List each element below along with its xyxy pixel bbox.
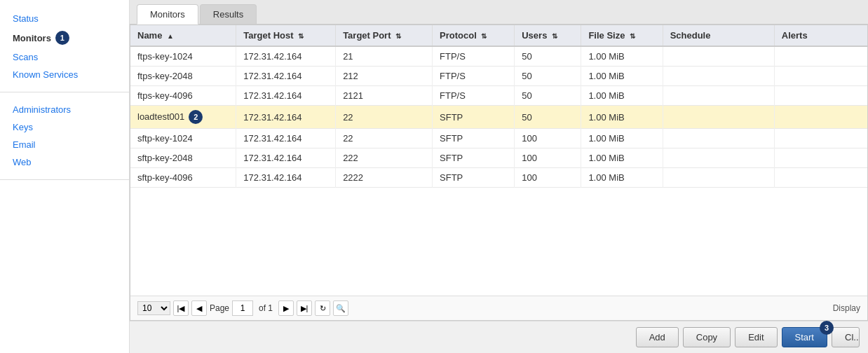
next-page-button[interactable]: ▶	[278, 300, 294, 316]
cell-target-port: 222	[336, 148, 433, 168]
cell-file-size: 1.00 MiB	[581, 86, 663, 106]
cell-protocol: SFTP	[433, 106, 515, 129]
cell-file-size: 1.00 MiB	[581, 46, 663, 67]
sidebar-item-label: Scans	[13, 52, 38, 62]
last-page-button[interactable]: ▶|	[297, 300, 312, 316]
cell-alerts	[774, 106, 867, 129]
col-schedule[interactable]: Schedule	[663, 25, 774, 46]
cell-target-host: 172.31.42.164	[236, 67, 336, 86]
col-users[interactable]: Users ⇅	[515, 25, 581, 46]
sidebar-item-label: Web	[13, 157, 32, 167]
col-alerts[interactable]: Alerts	[774, 25, 867, 46]
cell-alerts	[774, 86, 867, 106]
sidebar-item-email[interactable]: Email	[0, 136, 129, 153]
table-body: ftps-key-1024172.31.42.16421FTP/S501.00 …	[130, 46, 867, 188]
sort-arrow-port: ⇅	[395, 32, 401, 40]
cell-name: ftps-key-4096	[130, 86, 236, 106]
cell-protocol: SFTP	[433, 129, 515, 148]
start-button[interactable]: Start 3	[782, 327, 827, 347]
table-row[interactable]: loadtest0012172.31.42.16422SFTP501.00 Mi…	[130, 106, 867, 129]
cell-alerts	[774, 168, 867, 188]
first-page-button[interactable]: |◀	[173, 300, 189, 316]
cell-schedule	[663, 148, 774, 168]
cell-target-port: 22	[336, 106, 433, 129]
copy-button[interactable]: Copy	[683, 327, 731, 347]
sidebar-item-keys[interactable]: Keys	[0, 118, 129, 136]
sidebar-item-label: Administrators	[13, 104, 71, 115]
page-of-label: of 1	[259, 303, 273, 313]
sidebar: Status Monitors 1 Scans Known Services A…	[0, 0, 130, 353]
cell-users: 100	[515, 148, 581, 168]
cell-name: sftp-key-4096	[130, 168, 236, 188]
page-size-select[interactable]: 10 25 50 100	[137, 301, 170, 315]
cell-protocol: SFTP	[433, 168, 515, 188]
cell-protocol: FTP/S	[433, 46, 515, 67]
cell-name: ftps-key-2048	[130, 67, 236, 86]
sidebar-item-web[interactable]: Web	[0, 153, 129, 171]
cell-target-port: 212	[336, 67, 433, 86]
table-row[interactable]: ftps-key-2048172.31.42.164212FTP/S501.00…	[130, 67, 867, 86]
cell-protocol: FTP/S	[433, 67, 515, 86]
cell-alerts	[774, 148, 867, 168]
tabs-bar: Monitors Results	[130, 0, 868, 25]
search-button[interactable]: 🔍	[333, 300, 348, 316]
cell-schedule	[663, 106, 774, 129]
col-target-port[interactable]: Target Port ⇅	[336, 25, 433, 46]
refresh-button[interactable]: ↻	[315, 300, 330, 316]
button-bar: Add Copy Edit Start 3 Cl...	[130, 321, 868, 353]
cell-file-size: 1.00 MiB	[581, 148, 663, 168]
cell-schedule	[663, 67, 774, 86]
sidebar-item-label: Keys	[13, 122, 33, 132]
table-wrapper: Name ▲ Target Host ⇅ Target Port ⇅ Proto…	[130, 25, 867, 296]
cell-name: ftps-key-1024	[130, 46, 236, 67]
sort-arrow-name: ▲	[167, 32, 174, 40]
page-input[interactable]	[232, 300, 253, 316]
col-protocol[interactable]: Protocol ⇅	[433, 25, 515, 46]
table-header-row: Name ▲ Target Host ⇅ Target Port ⇅ Proto…	[130, 25, 867, 46]
monitors-table: Name ▲ Target Host ⇅ Target Port ⇅ Proto…	[130, 25, 867, 188]
cell-alerts	[774, 67, 867, 86]
sidebar-item-status[interactable]: Status	[0, 10, 129, 27]
cell-users: 100	[515, 129, 581, 148]
pagination-bar: 10 25 50 100 |◀ ◀ Page of 1 ▶ ▶| ↻ 🔍 Dis…	[130, 296, 867, 320]
prev-page-button[interactable]: ◀	[191, 300, 207, 316]
sidebar-item-label: Known Services	[13, 69, 78, 80]
cell-file-size: 1.00 MiB	[581, 67, 663, 86]
sort-arrow-filesize: ⇅	[630, 32, 635, 40]
cell-target-host: 172.31.42.164	[236, 106, 336, 129]
sort-arrow-host: ⇅	[298, 32, 304, 40]
content-area: Name ▲ Target Host ⇅ Target Port ⇅ Proto…	[130, 25, 868, 321]
edit-button[interactable]: Edit	[735, 327, 777, 347]
close-button[interactable]: Cl...	[832, 327, 860, 347]
table-row[interactable]: ftps-key-1024172.31.42.16421FTP/S501.00 …	[130, 46, 867, 67]
cell-users: 50	[515, 67, 581, 86]
sidebar-item-scans[interactable]: Scans	[0, 48, 129, 66]
cell-target-host: 172.31.42.164	[236, 46, 336, 67]
monitors-badge: 1	[55, 31, 69, 45]
cell-schedule	[663, 129, 774, 148]
cell-target-port: 22	[336, 129, 433, 148]
sidebar-item-monitors[interactable]: Monitors 1	[0, 27, 129, 48]
tab-monitors[interactable]: Monitors	[137, 4, 198, 25]
cell-file-size: 1.00 MiB	[581, 106, 663, 129]
cell-target-host: 172.31.42.164	[236, 148, 336, 168]
cell-schedule	[663, 46, 774, 67]
display-label: Display	[833, 303, 860, 313]
cell-protocol: FTP/S	[433, 86, 515, 106]
table-row[interactable]: sftp-key-1024172.31.42.16422SFTP1001.00 …	[130, 129, 867, 148]
sidebar-item-known-services[interactable]: Known Services	[0, 66, 129, 83]
col-file-size[interactable]: File Size ⇅	[581, 25, 663, 46]
tab-results[interactable]: Results	[200, 4, 257, 24]
table-row[interactable]: ftps-key-4096172.31.42.1642121FTP/S501.0…	[130, 86, 867, 106]
col-target-host[interactable]: Target Host ⇅	[236, 25, 336, 46]
table-row[interactable]: sftp-key-4096172.31.42.1642222SFTP1001.0…	[130, 168, 867, 188]
table-row[interactable]: sftp-key-2048172.31.42.164222SFTP1001.00…	[130, 148, 867, 168]
cell-users: 50	[515, 46, 581, 67]
sidebar-divider-2	[0, 179, 129, 180]
add-button[interactable]: Add	[636, 327, 679, 347]
cell-name: sftp-key-1024	[130, 129, 236, 148]
col-name[interactable]: Name ▲	[130, 25, 236, 46]
cell-users: 50	[515, 86, 581, 106]
cell-target-host: 172.31.42.164	[236, 129, 336, 148]
sidebar-item-administrators[interactable]: Administrators	[0, 101, 129, 118]
